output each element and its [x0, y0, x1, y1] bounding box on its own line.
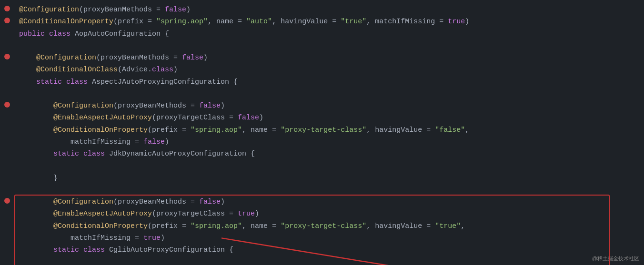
code-line: public class AopAutoConfiguration { [0, 28, 644, 40]
code-text: static class AspectJAutoProxyingConfigur… [14, 77, 644, 88]
code-line: matchIfMissing = true) [0, 232, 644, 244]
code-line [0, 160, 644, 172]
code-line [0, 40, 644, 52]
code-text: @EnableAspectJAutoProxy(proxyTargetClass… [14, 208, 644, 219]
gutter [0, 6, 14, 11]
code-line: @Configuration(proxyBeanMethods = false) [0, 196, 644, 208]
code-line [0, 256, 644, 265]
code-line: @ConditionalOnClass(Advice.class) [0, 64, 644, 76]
code-text: @Configuration(proxyBeanMethods = false) [14, 196, 644, 207]
breakpoint-indicator [4, 6, 10, 11]
code-line: @ConditionalOnProperty(prefix = "spring.… [0, 220, 644, 232]
code-line [0, 184, 644, 196]
code-text: @Configuration(proxyBeanMethods = false) [14, 100, 644, 111]
code-text: @Configuration(proxyBeanMethods = false) [14, 4, 644, 15]
code-text: @ConditionalOnProperty(prefix = "spring.… [14, 125, 644, 136]
code-text [14, 185, 644, 196]
code-text [14, 40, 644, 51]
code-text: matchIfMissing = false) [14, 137, 644, 147]
watermark: @稀土掘金技术社区 [592, 255, 639, 262]
code-line: static class CglibAutoProxyConfiguration… [0, 244, 644, 256]
code-line: @Configuration(proxyBeanMethods = false) [0, 100, 644, 112]
code-line: static class JdkDynamicAutoProxyConfigur… [0, 148, 644, 160]
code-text: @ConditionalOnProperty(prefix = "spring.… [14, 16, 644, 27]
gutter [0, 102, 14, 108]
code-line: @EnableAspectJAutoProxy(proxyTargetClass… [0, 112, 644, 124]
code-line: matchIfMissing = false) [0, 136, 644, 148]
code-text: public class AopAutoConfiguration { [14, 29, 644, 39]
breakpoint-indicator [4, 54, 10, 59]
gutter [0, 18, 14, 23]
code-line: @EnableAspectJAutoProxy(proxyTargetClass… [0, 208, 644, 220]
code-text: @EnableAspectJAutoProxy(proxyTargetClass… [14, 112, 644, 123]
gutter [0, 198, 14, 204]
code-text: matchIfMissing = true) [14, 233, 644, 244]
code-text: @ConditionalOnClass(Advice.class) [14, 64, 644, 75]
code-line: @ConditionalOnProperty(prefix = "spring.… [0, 124, 644, 136]
code-text: static class JdkDynamicAutoProxyConfigur… [14, 148, 644, 159]
code-text [14, 160, 644, 171]
code-text: } [14, 173, 644, 184]
breakpoint-indicator [4, 18, 10, 23]
code-line: } [0, 172, 644, 184]
code-line: static class AspectJAutoProxyingConfigur… [0, 76, 644, 88]
code-text [14, 88, 644, 99]
breakpoint-indicator [4, 102, 10, 108]
code-editor: @Configuration(proxyBeanMethods = false)… [0, 0, 644, 265]
code-text: static class CglibAutoProxyConfiguration… [14, 245, 644, 255]
code-text [14, 256, 644, 265]
code-line: @Configuration(proxyBeanMethods = false) [0, 52, 644, 64]
code-line [0, 88, 644, 100]
code-text: @ConditionalOnProperty(prefix = "spring.… [14, 221, 644, 232]
code-line: @Configuration(proxyBeanMethods = false) [0, 4, 644, 16]
code-text: @Configuration(proxyBeanMethods = false) [14, 52, 644, 63]
breakpoint-indicator [4, 198, 10, 204]
gutter [0, 54, 14, 59]
code-line: @ConditionalOnProperty(prefix = "spring.… [0, 16, 644, 28]
